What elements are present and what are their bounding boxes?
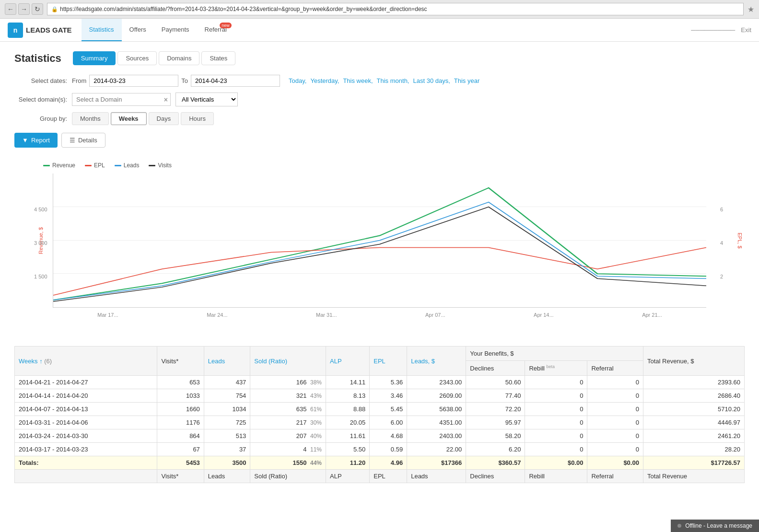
col-visits: Visits* — [157, 347, 204, 376]
domain-select-wrap: × — [72, 93, 171, 106]
chart-wrapper: Revenue, $ 4 500 3 000 1 500 6 4 2 — [24, 173, 735, 308]
row-referral: 0 — [587, 403, 643, 416]
row-leads: 37 — [204, 443, 250, 456]
group-weeks[interactable]: Weeks — [111, 112, 147, 125]
shortcut-last-30[interactable]: Last 30 days, — [413, 77, 450, 84]
main-content: Statistics Summary Sources Domains State… — [0, 42, 759, 532]
totals-epl: 4.96 — [370, 456, 407, 470]
row-leads: 725 — [204, 416, 250, 429]
exit-button[interactable]: Exit — [741, 26, 751, 34]
shortcut-yesterday[interactable]: Yesterday, — [310, 77, 339, 84]
visits-legend-dot — [149, 165, 155, 166]
totals-alp: 11.20 — [326, 456, 370, 470]
row-leads-usd: 22.00 — [407, 443, 466, 456]
epl-legend-label: EPL — [94, 162, 105, 169]
username: ────────── — [691, 26, 735, 34]
benefits-header: Your Benefits, $ — [466, 347, 643, 361]
totals-visits: 5453 — [157, 456, 204, 470]
date-filter-row: Select dates: From To Today, Yesterday, … — [14, 75, 745, 87]
domain-clear-icon[interactable]: × — [164, 96, 168, 104]
url-bar[interactable]: 🔒 https://leadsgate.com/admin/stats/affi… — [47, 3, 744, 15]
group-hours[interactable]: Hours — [181, 112, 214, 125]
row-referral: 0 — [587, 376, 643, 389]
x-label-2: Mar 31... — [316, 312, 337, 318]
nav-item-referral[interactable]: Referral new — [197, 19, 234, 41]
row-week: 2014-04-21 - 2014-04-27 — [15, 376, 157, 389]
nav-item-statistics[interactable]: Statistics — [82, 19, 122, 41]
col-weeks[interactable]: Weeks ↑ (6) — [15, 347, 157, 376]
footer-alp: ALP — [326, 470, 370, 483]
y-axis-label-right: EPL, $ — [737, 221, 743, 260]
row-alp: 20.05 — [326, 416, 370, 429]
row-epl: 3.46 — [370, 389, 407, 403]
row-week: 2014-03-31 - 2014-04-06 — [15, 416, 157, 429]
row-visits: 1033 — [157, 389, 204, 403]
footer-leads-col: Leads — [407, 470, 466, 483]
col-alp: ALP — [326, 347, 370, 376]
tab-states[interactable]: States — [201, 51, 235, 65]
nav-item-offers[interactable]: Offers — [122, 19, 154, 41]
reload-button[interactable]: ↻ — [32, 3, 43, 15]
url-text: https://leadsgate.com/admin/stats/affili… — [60, 6, 427, 12]
row-epl: 5.45 — [370, 403, 407, 416]
domain-filter-row: Select domain(s): × All Verticals — [14, 93, 745, 106]
group-days[interactable]: Days — [149, 112, 179, 125]
row-visits: 67 — [157, 443, 204, 456]
row-rebill: 0 — [525, 416, 587, 429]
col-declines: Declines — [466, 361, 525, 376]
domain-label: Select domain(s): — [14, 96, 67, 103]
group-months[interactable]: Months — [72, 112, 109, 125]
legend-epl: EPL — [85, 162, 105, 169]
row-declines: 77.40 — [466, 389, 525, 403]
back-button[interactable]: ← — [5, 3, 16, 15]
shortcut-this-year[interactable]: This year — [454, 77, 479, 84]
to-date-input[interactable] — [191, 75, 280, 87]
chat-widget[interactable]: Offline - Leave a message — [671, 520, 759, 532]
nav-item-payments[interactable]: Payments — [154, 19, 197, 41]
shortcut-this-week[interactable]: This week, — [343, 77, 373, 84]
secure-icon: 🔒 — [51, 6, 58, 12]
browser-bar: ← → ↻ 🔒 https://leadsgate.com/admin/stat… — [0, 0, 759, 19]
col-sold: Sold (Ratio) — [250, 347, 326, 376]
page-header: Statistics Summary Sources Domains State… — [14, 51, 745, 65]
vertical-select[interactable]: All Verticals — [175, 93, 238, 106]
row-visits: 1176 — [157, 416, 204, 429]
row-sold: 207 40% — [250, 429, 326, 443]
domain-select-input[interactable] — [72, 93, 171, 106]
x-labels: Mar 17... Mar 24... Mar 31... Apr 07... … — [53, 312, 706, 318]
shortcut-this-month[interactable]: This month, — [377, 77, 409, 84]
logo-text: LEADS GATE — [26, 26, 72, 34]
col-epl: EPL — [370, 347, 407, 376]
legend-leads: Leads — [115, 162, 140, 169]
row-leads: 754 — [204, 389, 250, 403]
bookmark-icon[interactable]: ★ — [747, 5, 754, 14]
from-date-input[interactable] — [89, 75, 178, 87]
totals-label: Totals: — [15, 456, 157, 470]
epl-line — [53, 247, 706, 295]
row-alp: 8.13 — [326, 389, 370, 403]
row-rebill: 0 — [525, 429, 587, 443]
tab-summary[interactable]: Summary — [73, 51, 116, 65]
row-rebill: 0 — [525, 389, 587, 403]
footer-leads: Leads — [204, 470, 250, 483]
totals-total: $17726.57 — [643, 456, 744, 470]
row-declines: 50.60 — [466, 376, 525, 389]
report-button[interactable]: ▼ Report — [14, 133, 58, 148]
table-row: 2014-04-14 - 2014-04-20 1033 754 321 43%… — [15, 389, 745, 403]
group-by-row: Group by: Months Weeks Days Hours — [14, 112, 745, 125]
row-sold: 321 43% — [250, 389, 326, 403]
shortcut-today[interactable]: Today, — [289, 77, 306, 84]
filter-icon: ▼ — [22, 137, 28, 144]
table-row: 2014-03-31 - 2014-04-06 1176 725 217 30%… — [15, 416, 745, 429]
details-button[interactable]: ☰ Details — [61, 133, 105, 148]
footer-visits: Visits* — [157, 470, 204, 483]
page-title: Statistics — [14, 52, 61, 65]
forward-button[interactable]: → — [18, 3, 30, 15]
row-leads-usd: 4351.00 — [407, 416, 466, 429]
tab-domains[interactable]: Domains — [159, 51, 199, 65]
row-leads: 513 — [204, 429, 250, 443]
epl-legend-dot — [85, 165, 92, 166]
chat-status-label: Offline - Leave a message — [685, 522, 752, 529]
tab-sources[interactable]: Sources — [117, 51, 157, 65]
group-by-group: Months Weeks Days Hours — [72, 112, 214, 125]
